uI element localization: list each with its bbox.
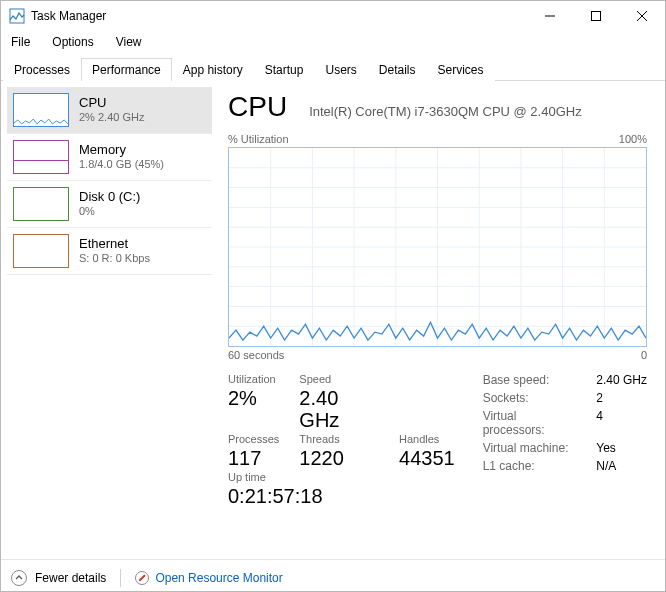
- tabstrip: Processes Performance App history Startu…: [1, 57, 665, 81]
- sidebar: CPU 2% 2.40 GHz Memory 1.8/4.0 GB (45%) …: [1, 81, 216, 559]
- main-panel: CPU Intel(R) Core(TM) i7-3630QM CPU @ 2.…: [216, 81, 665, 559]
- close-button[interactable]: [619, 1, 665, 31]
- menu-file[interactable]: File: [7, 33, 34, 51]
- val-threads: 1220: [299, 447, 379, 469]
- footer: Fewer details Open Resource Monitor: [1, 559, 665, 592]
- tab-services[interactable]: Services: [427, 58, 495, 81]
- tab-startup[interactable]: Startup: [254, 58, 315, 81]
- sidebar-memory-sub: 1.8/4.0 GB (45%): [79, 157, 164, 171]
- cpu-thumb: [13, 93, 69, 127]
- sidebar-disk-title: Disk 0 (C:): [79, 190, 140, 204]
- chart-label-tr: 100%: [619, 133, 647, 145]
- lbl-uptime: Up time: [228, 471, 455, 483]
- lbl-processes: Processes: [228, 433, 279, 445]
- lbl-handles: Handles: [399, 433, 455, 445]
- val-handles: 44351: [399, 447, 455, 469]
- titlebar: Task Manager: [1, 1, 665, 31]
- disk-thumb: [13, 187, 69, 221]
- tab-users[interactable]: Users: [314, 58, 367, 81]
- lbl-threads: Threads: [299, 433, 379, 445]
- fewer-details-label: Fewer details: [35, 571, 106, 585]
- val-utilization: 2%: [228, 387, 279, 431]
- sidebar-eth-title: Ethernet: [79, 237, 150, 251]
- k-sockets: Sockets:: [483, 391, 579, 405]
- minimize-button[interactable]: [527, 1, 573, 31]
- sidebar-item-ethernet[interactable]: Ethernet S: 0 R: 0 Kbps: [7, 228, 212, 275]
- sidebar-item-cpu[interactable]: CPU 2% 2.40 GHz: [7, 87, 212, 134]
- chart-label-br: 0: [641, 349, 647, 361]
- cpu-chart: [228, 147, 647, 347]
- lbl-speed: Speed: [299, 373, 379, 385]
- device-name: Intel(R) Core(TM) i7-3630QM CPU @ 2.40GH…: [309, 104, 582, 119]
- menu-view[interactable]: View: [112, 33, 146, 51]
- tab-app-history[interactable]: App history: [172, 58, 254, 81]
- menubar: File Options View: [1, 31, 665, 57]
- sidebar-cpu-title: CPU: [79, 96, 144, 110]
- chevron-up-icon: [11, 570, 27, 586]
- fewer-details-button[interactable]: Fewer details: [11, 570, 106, 586]
- window-title: Task Manager: [31, 9, 106, 23]
- chart-label-tl: % Utilization: [228, 133, 289, 145]
- sidebar-item-memory[interactable]: Memory 1.8/4.0 GB (45%): [7, 134, 212, 181]
- sidebar-cpu-sub: 2% 2.40 GHz: [79, 110, 144, 124]
- maximize-button[interactable]: [573, 1, 619, 31]
- menu-options[interactable]: Options: [48, 33, 97, 51]
- tab-performance[interactable]: Performance: [81, 58, 172, 81]
- content: CPU 2% 2.40 GHz Memory 1.8/4.0 GB (45%) …: [1, 81, 665, 559]
- tab-details[interactable]: Details: [368, 58, 427, 81]
- v-vprocs: 4: [596, 409, 647, 437]
- k-vm: Virtual machine:: [483, 441, 579, 455]
- v-sockets: 2: [596, 391, 647, 405]
- chart-label-bl: 60 seconds: [228, 349, 284, 361]
- v-vm: Yes: [596, 441, 647, 455]
- k-vprocs: Virtual processors:: [483, 409, 579, 437]
- svg-rect-2: [592, 12, 601, 21]
- k-base-speed: Base speed:: [483, 373, 579, 387]
- sidebar-eth-sub: S: 0 R: 0 Kbps: [79, 251, 150, 265]
- val-processes: 117: [228, 447, 279, 469]
- v-base-speed: 2.40 GHz: [596, 373, 647, 387]
- tab-processes[interactable]: Processes: [3, 58, 81, 81]
- val-uptime: 0:21:57:18: [228, 485, 455, 507]
- k-l1: L1 cache:: [483, 459, 579, 473]
- footer-separator: [120, 569, 121, 587]
- open-resource-monitor-label: Open Resource Monitor: [155, 571, 282, 585]
- sidebar-item-disk[interactable]: Disk 0 (C:) 0%: [7, 181, 212, 228]
- page-title: CPU: [228, 91, 287, 123]
- open-resource-monitor-link[interactable]: Open Resource Monitor: [135, 571, 282, 585]
- lbl-utilization: Utilization: [228, 373, 279, 385]
- sidebar-disk-sub: 0%: [79, 204, 140, 218]
- resource-monitor-icon: [135, 571, 149, 585]
- memory-thumb: [13, 140, 69, 174]
- ethernet-thumb: [13, 234, 69, 268]
- val-speed: 2.40 GHz: [299, 387, 379, 431]
- sidebar-memory-title: Memory: [79, 143, 164, 157]
- app-icon: [9, 8, 25, 24]
- v-l1: N/A: [596, 459, 647, 473]
